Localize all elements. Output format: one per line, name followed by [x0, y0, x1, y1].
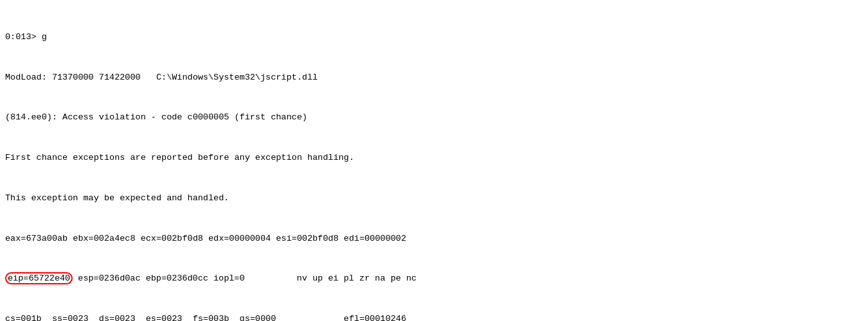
- line-5: This exception may be expected and handl…: [5, 192, 863, 205]
- terminal-output: 0:013> g ModLoad: 71370000 71422000 C:\W…: [5, 4, 863, 321]
- line-7: eip=65722e40 esp=0236d0ac ebp=0236d0cc i…: [5, 272, 863, 286]
- eip-highlight: eip=65722e40: [5, 272, 73, 284]
- line-2: ModLoad: 71370000 71422000 C:\Windows\Sy…: [5, 71, 863, 85]
- line-1: 0:013> g: [5, 31, 863, 44]
- line-8: cs=001b ss=0023 ds=0023 es=0023 fs=003b …: [5, 313, 863, 321]
- line-3: (814.ee0): Access violation - code c0000…: [5, 111, 863, 125]
- line-4: First chance exceptions are reported bef…: [5, 152, 863, 165]
- line-6: eax=673a00ab ebx=002a4ec8 ecx=002bf0d8 e…: [5, 232, 863, 246]
